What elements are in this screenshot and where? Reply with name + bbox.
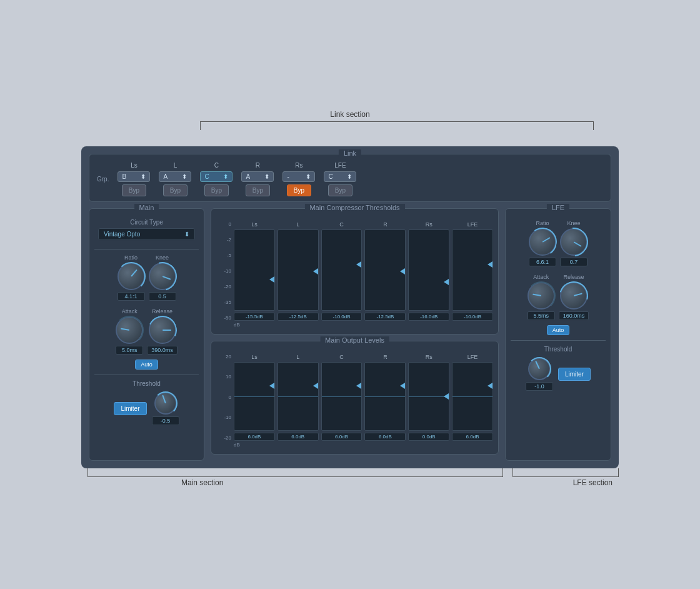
lfe-attack-knob[interactable] [528,282,555,310]
out-value-c: 6.0dB [321,433,362,441]
lfe-limiter-button[interactable]: Limiter [558,368,591,381]
lfe-ratio-value: 6.6:1 [529,258,556,266]
thresh-channel-ls: Ls -15.5dB [234,221,275,321]
threshold-channels: Ls -15.5dB L [234,221,493,321]
link-select-rs[interactable]: -⬍ [282,171,315,182]
lfe-knee-cell: Knee 0.7 [560,220,588,266]
thresh-value-lfe: -10.0dB [452,313,493,321]
lfe-panel-label: LFE [547,204,569,211]
out-channel-lfe: LFE 6.0dB [452,354,493,441]
out-channel-rs: Rs 0.0dB [408,354,449,441]
lfe-ratio-knob[interactable] [529,228,556,256]
lfe-threshold-section: -1.0 Limiter [511,358,606,391]
byp-btn-l[interactable]: Byp [163,184,188,196]
thresh-ch-label-r: R [383,221,388,228]
lfe-release-knob[interactable] [560,282,588,310]
main-attack-knob[interactable] [116,316,143,344]
out-zero-c [322,396,362,397]
thresh-ch-label-rs: Rs [426,221,432,228]
link-select-ls[interactable]: B⬍ [118,171,150,182]
main-ratio-knob[interactable] [118,263,145,290]
lfe-ratio-cell: Ratio 6.6:1 [529,220,556,266]
lfe-threshold-knob-cell: -1.0 [526,358,553,391]
main-panel-label: Main [134,204,159,211]
lfe-attack-label: Attack [533,274,549,280]
thresh-fader-lfe[interactable] [452,229,493,311]
link-select-r[interactable]: A⬍ [241,171,274,182]
link-bracket [200,121,594,130]
out-fader-l[interactable] [278,362,319,431]
out-fader-c[interactable] [321,362,362,431]
link-select-lfe[interactable]: C⬍ [324,171,356,182]
out-zero-ls [234,396,274,397]
byp-btn-ls[interactable]: Byp [122,184,146,196]
out-value-rs: 0.0dB [408,433,449,441]
thresh-channel-rs: Rs -16.0dB [408,221,449,321]
out-ch-label-l: L [296,354,299,360]
out-ch-label-ls: Ls [251,354,258,360]
circuit-type-section: Circuit Type Vintage Opto⬍ [94,215,199,244]
link-channel-ls: Ls B⬍ Byp [115,162,152,196]
main-bracket [88,468,503,477]
link-channel-rs: Rs -⬍ Byp [280,162,318,196]
link-channel-c: C C⬍ Byp [198,162,235,196]
thresh-fader-rs[interactable] [408,229,449,311]
link-channel-lfe: LFE C⬍ Byp [321,162,359,196]
thresh-channel-lfe: LFE -10.0dB [452,221,493,321]
lfe-auto-button[interactable]: Auto [547,325,570,335]
lfe-knee-knob[interactable] [560,228,588,256]
thresh-fader-ls[interactable] [234,229,275,311]
out-fader-rs[interactable] [408,362,449,431]
main-knee-knob[interactable] [149,263,176,290]
thresh-value-r: -12.5dB [364,313,406,321]
out-fader-ls[interactable] [234,362,275,431]
out-fader-r[interactable] [364,362,406,431]
byp-btn-c[interactable]: Byp [204,184,229,196]
out-value-l: 6.0dB [278,433,319,441]
main-panel: Main Circuit Type Vintage Opto⬍ Ratio [89,208,204,461]
thresh-handle-ls [269,276,274,283]
out-ch-label-rs: Rs [426,354,432,360]
out-zero-r [365,396,405,397]
main-release-label: Release [152,308,172,315]
lfe-threshold-knob[interactable] [528,358,551,380]
lfe-release-cell: Release 160.0ms [559,274,589,320]
channel-name-l: L [174,162,178,169]
out-handle-l [313,383,318,389]
link-select-l[interactable]: A⬍ [159,171,191,182]
main-threshold-knob[interactable] [154,392,177,415]
lfe-release-value: 160.0ms [559,311,589,320]
byp-btn-lfe[interactable]: Byp [328,184,352,196]
thresh-handle-r [400,268,405,274]
main-release-knob[interactable] [149,316,176,344]
channel-name-r: R [256,162,260,169]
output-levels-panel: Main Output Levels 20 10 0 -10 -20 [211,341,499,455]
thresh-channel-c: C -10.0dB [321,221,362,321]
link-channel-l: L A⬍ Byp [156,162,194,196]
byp-btn-rs[interactable]: Byp [287,184,311,196]
plugin-body: Link Grp. Ls B⬍ Byp L A⬍ Byp C C⬍ [81,146,619,468]
thresh-fader-l[interactable] [278,229,319,311]
thresh-fader-r[interactable] [364,229,406,311]
byp-btn-r[interactable]: Byp [246,184,270,196]
thresh-value-c: -10.0dB [321,313,362,321]
out-value-lfe: 6.0dB [452,433,493,441]
link-label: Link [339,149,361,157]
link-select-c[interactable]: C⬍ [200,171,232,182]
main-limiter-button[interactable]: Limiter [114,402,146,415]
main-column: Main Circuit Type Vintage Opto⬍ Ratio [89,208,204,461]
out-fader-lfe[interactable] [452,362,493,431]
circuit-type-select[interactable]: Vintage Opto⬍ [98,228,195,240]
main-ratio-cell: Ratio 4.1:1 [118,254,145,301]
link-channel-r: R A⬍ Byp [239,162,276,196]
out-ch-label-lfe: LFE [468,354,478,360]
lfe-ratio-knee-grid: Ratio 6.6:1 Knee [511,220,606,266]
out-channel-ls: Ls 6.0dB [234,354,275,441]
main-attack-ring [115,316,144,345]
thresh-ch-label-c: C [339,221,344,228]
output-db-label: dB [216,442,493,448]
thresh-fader-c[interactable] [321,229,362,311]
main-auto-button[interactable]: Auto [135,360,158,370]
output-channels: Ls 6.0dB L [234,354,493,441]
compressor-thresholds-inner: 0 -2 -5 -10 -20 -35 -50 Ls [216,221,493,321]
